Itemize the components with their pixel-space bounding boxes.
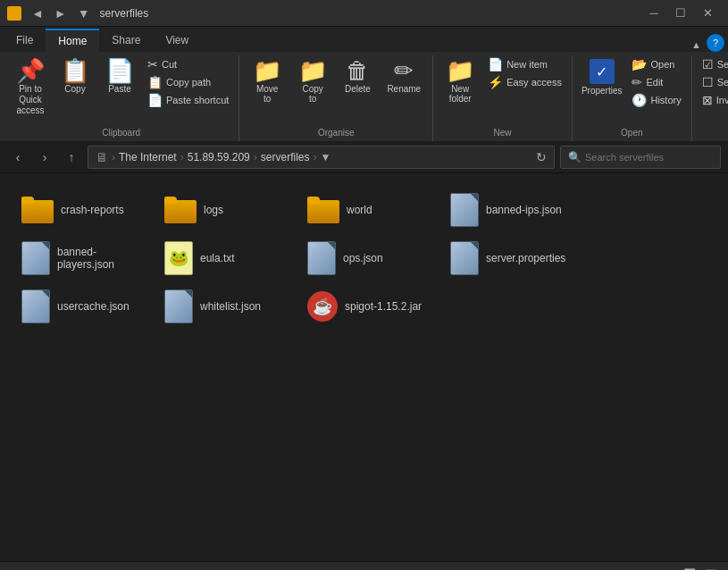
file-name: ops.json	[343, 252, 383, 264]
copy-path-icon: 📋	[147, 75, 163, 89]
ribbon-group-clipboard: 📌 Pin to Quick access 📋 Copy 📄 Paste ✂ C…	[4, 55, 239, 141]
select-all-button[interactable]: ☑ Select all	[698, 55, 728, 73]
list-item[interactable]: ☕ spigot-1.15.2.jar	[300, 284, 443, 329]
copy-path-button[interactable]: 📋 Copy path	[143, 73, 233, 91]
move-to-button[interactable]: 📁 Move to	[245, 55, 289, 111]
search-box[interactable]: 🔍	[560, 146, 721, 169]
status-bar: 11 items ☰ ⊞	[0, 561, 728, 570]
eula-icon: 🐸	[164, 241, 193, 275]
cut-button[interactable]: ✂ Cut	[143, 55, 233, 73]
json-icon	[450, 193, 479, 227]
invert-icon: ⊠	[702, 93, 713, 107]
details-view-button[interactable]: ☰	[681, 566, 699, 570]
select-none-icon: ☐	[702, 75, 714, 89]
copy-to-button[interactable]: 📁 Copy to	[291, 55, 335, 111]
easy-access-button[interactable]: ⚡ Easy access	[483, 73, 566, 91]
refresh-button[interactable]: ↻	[536, 150, 547, 164]
new-item-button[interactable]: 📄 New item	[483, 55, 566, 73]
back-button[interactable]: ‹	[7, 147, 29, 168]
jar-icon: ☕	[307, 291, 338, 322]
new-folder-button[interactable]: 📁 New folder	[439, 55, 481, 111]
forward-button[interactable]: ›	[34, 147, 55, 168]
title-nav-down[interactable]: ▼	[73, 4, 95, 22]
cut-icon: ✂	[147, 57, 158, 71]
folder-icon	[21, 197, 54, 223]
file-area: crash-reports logs world banned-ips.json…	[0, 173, 728, 561]
file-name: server.properties	[486, 252, 565, 264]
clipboard-label: Clipboard	[102, 128, 140, 138]
address-bar: ‹ › ↑ 🖥 › The Internet › 51.89.59.209 › …	[0, 141, 728, 173]
paste-shortcut-icon: 📄	[147, 93, 163, 107]
folder-icon	[164, 197, 197, 223]
ribbon-group-open: ✓ Properties 📂 Open ✏ Edit 🕐 History	[573, 55, 692, 141]
tab-view[interactable]: View	[153, 29, 201, 52]
title-bar: ◄ ► ▼ serverfiles ─ ☐ ✕	[0, 0, 728, 27]
list-item[interactable]: usercache.json	[14, 284, 157, 329]
path-internet[interactable]: The Internet	[119, 151, 177, 163]
path-dropdown-button[interactable]: ▼	[320, 151, 331, 163]
new-label: New	[494, 128, 512, 138]
easy-access-icon: ⚡	[488, 75, 503, 89]
open-button[interactable]: 📂 Open	[627, 55, 685, 73]
paste-button[interactable]: 📄 Paste	[98, 55, 141, 111]
pin-to-quick-access-button[interactable]: 📌 Pin to Quick access	[9, 55, 52, 111]
json-icon	[21, 289, 50, 323]
title-nav-forward[interactable]: ►	[50, 4, 71, 22]
invert-selection-button[interactable]: ⊠ Invert selection	[698, 91, 728, 109]
properties-icon: ✓	[590, 59, 615, 84]
file-name: crash-reports	[61, 204, 124, 216]
file-name: eula.txt	[200, 252, 235, 264]
json-icon	[450, 241, 479, 275]
minimize-button[interactable]: ─	[640, 0, 667, 27]
history-button[interactable]: 🕐 History	[627, 91, 685, 109]
up-button[interactable]: ↑	[61, 147, 82, 168]
clipboard-small-col: ✂ Cut 📋 Copy path 📄 Paste shortcut	[143, 55, 233, 123]
pin-icon: 📌	[16, 59, 45, 82]
copy-icon: 📋	[61, 59, 89, 82]
ribbon-tabs: File Home Share View ▲ ?	[0, 27, 728, 52]
search-icon: 🔍	[568, 151, 582, 163]
path-serverfiles[interactable]: serverfiles	[261, 151, 310, 163]
select-all-icon: ☑	[702, 57, 714, 71]
tab-share[interactable]: Share	[99, 29, 153, 52]
folder-icon	[307, 197, 339, 223]
ribbon-collapse-button[interactable]: ▲	[686, 38, 707, 52]
list-item[interactable]: logs	[157, 188, 300, 232]
search-input[interactable]	[585, 152, 713, 163]
list-item[interactable]: world	[300, 188, 443, 232]
delete-icon: 🗑	[346, 59, 369, 82]
organise-label: Organise	[318, 128, 355, 138]
address-path[interactable]: 🖥 › The Internet › 51.89.59.209 › server…	[88, 146, 555, 169]
select-none-button[interactable]: ☐ Select none	[698, 73, 728, 91]
delete-button[interactable]: 🗑 Delete	[336, 55, 379, 111]
close-button[interactable]: ✕	[694, 0, 721, 27]
json-icon	[307, 241, 336, 275]
edit-button[interactable]: ✏ Edit	[627, 73, 685, 91]
path-ip[interactable]: 51.89.59.209	[188, 151, 250, 163]
file-name: world	[347, 204, 372, 216]
list-item[interactable]: banned-ips.json	[443, 188, 586, 232]
list-item[interactable]: crash-reports	[14, 188, 157, 232]
json-icon	[164, 289, 193, 323]
properties-button[interactable]: ✓ Properties	[578, 55, 626, 111]
list-item[interactable]: ops.json	[300, 236, 443, 281]
json-icon	[21, 241, 50, 275]
title-nav-back[interactable]: ◄	[27, 4, 48, 22]
file-name: logs	[204, 204, 223, 216]
maximize-button[interactable]: ☐	[667, 0, 694, 27]
paste-shortcut-button[interactable]: 📄 Paste shortcut	[143, 91, 233, 109]
new-item-icon: 📄	[488, 57, 503, 71]
rename-icon: ✏	[394, 59, 414, 82]
tab-file[interactable]: File	[4, 29, 46, 52]
list-item[interactable]: server.properties	[443, 236, 586, 281]
list-item[interactable]: whitelist.json	[157, 284, 300, 329]
paste-icon: 📄	[105, 59, 134, 82]
edit-icon: ✏	[632, 75, 642, 89]
tab-home[interactable]: Home	[46, 29, 99, 52]
list-item[interactable]: 🐸 eula.txt	[157, 236, 300, 281]
copy-button[interactable]: 📋 Copy	[54, 55, 96, 111]
list-item[interactable]: banned-players.json	[14, 236, 157, 281]
rename-button[interactable]: ✏ Rename	[381, 55, 427, 111]
help-button[interactable]: ?	[707, 34, 724, 52]
large-icons-view-button[interactable]: ⊞	[702, 566, 719, 570]
